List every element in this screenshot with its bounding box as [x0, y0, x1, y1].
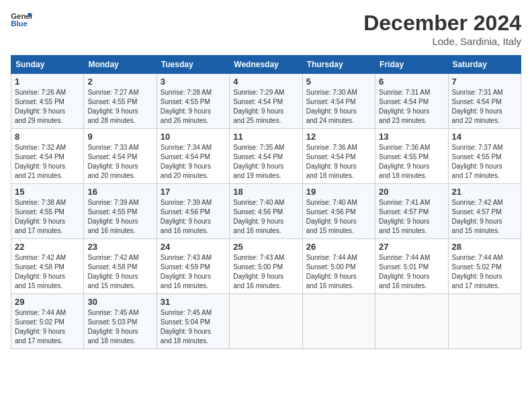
logo: General Blue — [11, 11, 32, 30]
day-info: Sunrise: 7:44 AM Sunset: 5:00 PM Dayligh… — [306, 253, 371, 291]
day-number: 27 — [379, 242, 444, 252]
weekday-wednesday: Wednesday — [230, 56, 302, 74]
day-info: Sunrise: 7:40 AM Sunset: 4:56 PM Dayligh… — [306, 198, 371, 236]
day-info: Sunrise: 7:44 AM Sunset: 5:02 PM Dayligh… — [15, 308, 80, 346]
day-info: Sunrise: 7:31 AM Sunset: 4:54 PM Dayligh… — [452, 88, 517, 126]
day-number: 8 — [15, 132, 80, 142]
week-row-1: 1Sunrise: 7:26 AM Sunset: 4:55 PM Daylig… — [11, 74, 521, 129]
calendar-cell: 13Sunrise: 7:36 AM Sunset: 4:55 PM Dayli… — [375, 129, 448, 184]
calendar-cell: 1Sunrise: 7:26 AM Sunset: 4:55 PM Daylig… — [11, 74, 84, 129]
calendar-cell: 6Sunrise: 7:31 AM Sunset: 4:54 PM Daylig… — [375, 74, 448, 129]
day-number: 11 — [233, 132, 298, 142]
weekday-header-row: SundayMondayTuesdayWednesdayThursdayFrid… — [11, 56, 521, 74]
calendar-cell: 17Sunrise: 7:39 AM Sunset: 4:56 PM Dayli… — [157, 184, 229, 239]
weekday-sunday: Sunday — [11, 56, 84, 74]
day-number: 12 — [306, 132, 371, 142]
calendar-cell: 18Sunrise: 7:40 AM Sunset: 4:56 PM Dayli… — [230, 184, 302, 239]
calendar-cell: 2Sunrise: 7:27 AM Sunset: 4:55 PM Daylig… — [84, 74, 157, 129]
day-info: Sunrise: 7:30 AM Sunset: 4:54 PM Dayligh… — [306, 88, 371, 126]
day-info: Sunrise: 7:37 AM Sunset: 4:55 PM Dayligh… — [452, 143, 517, 181]
weekday-saturday: Saturday — [448, 56, 521, 74]
day-info: Sunrise: 7:40 AM Sunset: 4:56 PM Dayligh… — [233, 198, 298, 236]
day-info: Sunrise: 7:42 AM Sunset: 4:58 PM Dayligh… — [87, 253, 152, 291]
logo-icon: General Blue — [11, 11, 32, 30]
calendar-cell: 9Sunrise: 7:33 AM Sunset: 4:54 PM Daylig… — [84, 129, 157, 184]
week-row-5: 29Sunrise: 7:44 AM Sunset: 5:02 PM Dayli… — [11, 294, 521, 349]
day-number: 21 — [452, 187, 517, 197]
calendar-cell — [302, 294, 375, 349]
day-number: 24 — [161, 242, 226, 252]
day-info: Sunrise: 7:31 AM Sunset: 4:54 PM Dayligh… — [379, 88, 444, 126]
week-row-2: 8Sunrise: 7:32 AM Sunset: 4:54 PM Daylig… — [11, 129, 521, 184]
day-info: Sunrise: 7:35 AM Sunset: 4:54 PM Dayligh… — [233, 143, 298, 181]
day-info: Sunrise: 7:39 AM Sunset: 4:56 PM Dayligh… — [161, 198, 226, 236]
calendar-cell: 5Sunrise: 7:30 AM Sunset: 4:54 PM Daylig… — [302, 74, 375, 129]
calendar-cell: 31Sunrise: 7:45 AM Sunset: 5:04 PM Dayli… — [157, 294, 229, 349]
day-info: Sunrise: 7:34 AM Sunset: 4:54 PM Dayligh… — [161, 143, 226, 181]
calendar-cell: 25Sunrise: 7:43 AM Sunset: 5:00 PM Dayli… — [230, 239, 302, 294]
day-info: Sunrise: 7:41 AM Sunset: 4:57 PM Dayligh… — [379, 198, 444, 236]
day-number: 18 — [233, 187, 298, 197]
day-number: 4 — [233, 77, 298, 87]
day-info: Sunrise: 7:42 AM Sunset: 4:58 PM Dayligh… — [15, 253, 80, 291]
svg-text:Blue: Blue — [11, 19, 28, 28]
day-number: 29 — [15, 297, 80, 307]
day-info: Sunrise: 7:43 AM Sunset: 4:59 PM Dayligh… — [161, 253, 226, 291]
day-number: 17 — [161, 187, 226, 197]
day-number: 7 — [452, 77, 517, 87]
day-number: 3 — [161, 77, 226, 87]
title-block: December 2024 Lode, Sardinia, Italy — [363, 11, 521, 47]
day-number: 25 — [233, 242, 298, 252]
day-number: 31 — [161, 297, 226, 307]
weekday-thursday: Thursday — [302, 56, 375, 74]
weekday-friday: Friday — [375, 56, 448, 74]
calendar-cell: 14Sunrise: 7:37 AM Sunset: 4:55 PM Dayli… — [448, 129, 521, 184]
day-number: 1 — [15, 77, 80, 87]
day-info: Sunrise: 7:44 AM Sunset: 5:02 PM Dayligh… — [452, 253, 517, 291]
day-number: 19 — [306, 187, 371, 197]
calendar-cell: 24Sunrise: 7:43 AM Sunset: 4:59 PM Dayli… — [157, 239, 229, 294]
day-number: 13 — [379, 132, 444, 142]
day-number: 28 — [452, 242, 517, 252]
month-title: December 2024 — [363, 11, 521, 36]
calendar-cell: 10Sunrise: 7:34 AM Sunset: 4:54 PM Dayli… — [157, 129, 229, 184]
calendar-cell: 15Sunrise: 7:38 AM Sunset: 4:55 PM Dayli… — [11, 184, 84, 239]
day-number: 10 — [161, 132, 226, 142]
calendar-body: 1Sunrise: 7:26 AM Sunset: 4:55 PM Daylig… — [11, 74, 521, 349]
day-info: Sunrise: 7:36 AM Sunset: 4:55 PM Dayligh… — [379, 143, 444, 181]
day-number: 6 — [379, 77, 444, 87]
calendar-cell: 16Sunrise: 7:39 AM Sunset: 4:55 PM Dayli… — [84, 184, 157, 239]
day-info: Sunrise: 7:39 AM Sunset: 4:55 PM Dayligh… — [87, 198, 152, 236]
week-row-4: 22Sunrise: 7:42 AM Sunset: 4:58 PM Dayli… — [11, 239, 521, 294]
day-number: 30 — [87, 297, 152, 307]
location: Lode, Sardinia, Italy — [363, 36, 521, 47]
calendar-cell — [448, 294, 521, 349]
page-header: General Blue December 2024 Lode, Sardini… — [11, 11, 521, 47]
calendar-cell: 3Sunrise: 7:28 AM Sunset: 4:55 PM Daylig… — [157, 74, 229, 129]
calendar-cell: 27Sunrise: 7:44 AM Sunset: 5:01 PM Dayli… — [375, 239, 448, 294]
calendar-cell: 7Sunrise: 7:31 AM Sunset: 4:54 PM Daylig… — [448, 74, 521, 129]
calendar-cell: 26Sunrise: 7:44 AM Sunset: 5:00 PM Dayli… — [302, 239, 375, 294]
day-number: 14 — [452, 132, 517, 142]
day-info: Sunrise: 7:33 AM Sunset: 4:54 PM Dayligh… — [87, 143, 152, 181]
calendar-cell: 20Sunrise: 7:41 AM Sunset: 4:57 PM Dayli… — [375, 184, 448, 239]
calendar-cell — [230, 294, 302, 349]
day-number: 2 — [87, 77, 152, 87]
week-row-3: 15Sunrise: 7:38 AM Sunset: 4:55 PM Dayli… — [11, 184, 521, 239]
day-info: Sunrise: 7:27 AM Sunset: 4:55 PM Dayligh… — [87, 88, 152, 126]
day-number: 22 — [15, 242, 80, 252]
calendar-cell: 11Sunrise: 7:35 AM Sunset: 4:54 PM Dayli… — [230, 129, 302, 184]
calendar-cell: 19Sunrise: 7:40 AM Sunset: 4:56 PM Dayli… — [302, 184, 375, 239]
day-number: 5 — [306, 77, 371, 87]
day-number: 9 — [87, 132, 152, 142]
weekday-monday: Monday — [84, 56, 157, 74]
calendar-cell: 28Sunrise: 7:44 AM Sunset: 5:02 PM Dayli… — [448, 239, 521, 294]
day-info: Sunrise: 7:28 AM Sunset: 4:55 PM Dayligh… — [161, 88, 226, 126]
day-info: Sunrise: 7:32 AM Sunset: 4:54 PM Dayligh… — [15, 143, 80, 181]
day-info: Sunrise: 7:29 AM Sunset: 4:54 PM Dayligh… — [233, 88, 298, 126]
day-info: Sunrise: 7:45 AM Sunset: 5:03 PM Dayligh… — [87, 308, 152, 346]
day-info: Sunrise: 7:38 AM Sunset: 4:55 PM Dayligh… — [15, 198, 80, 236]
day-info: Sunrise: 7:26 AM Sunset: 4:55 PM Dayligh… — [15, 88, 80, 126]
calendar-cell: 23Sunrise: 7:42 AM Sunset: 4:58 PM Dayli… — [84, 239, 157, 294]
calendar-cell: 4Sunrise: 7:29 AM Sunset: 4:54 PM Daylig… — [230, 74, 302, 129]
